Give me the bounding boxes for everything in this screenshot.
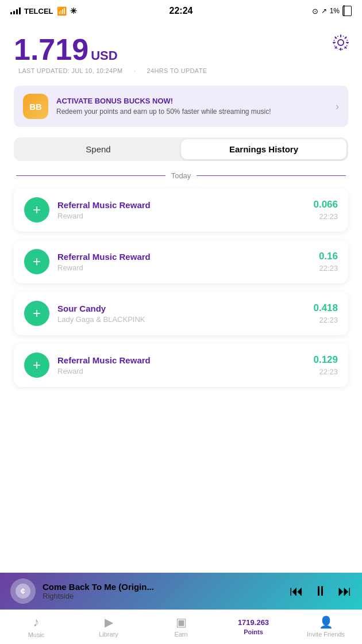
nav-item-library[interactable]: ▶ Library <box>72 615 145 638</box>
nav-label-earn: Earn <box>174 631 187 638</box>
now-playing-bar: ¢ Come Back To Me (Origin... Rightside ⏮… <box>0 573 362 610</box>
nav-label-library: Library <box>99 631 118 638</box>
transaction-amount: 0.418 <box>313 302 338 314</box>
main-content: 1.719USD LAST UPDATED: Jul 10, 10:24PM ·… <box>0 20 362 387</box>
balance-updated: LAST UPDATED: Jul 10, 10:24PM · 24HRS TO… <box>14 67 348 74</box>
library-icon: ▶ <box>105 615 113 629</box>
transaction-amount: 0.129 <box>313 354 338 366</box>
transaction-card: + Referral Music Reward Reward 0.129 22:… <box>14 343 348 387</box>
settings-indicator-icon: ✳ <box>70 6 77 16</box>
nav-label-invite: Invite Friends <box>307 631 345 638</box>
nav-item-invite[interactable]: 👤 Invite Friends <box>290 615 362 638</box>
transaction-plus-icon: + <box>24 352 49 378</box>
settings-gear-button[interactable] <box>330 32 352 55</box>
bonus-title: ACTIVATE BONUS BUCKS NOW! <box>56 97 331 105</box>
last-updated-text: LAST UPDATED: Jul 10, 10:24PM <box>18 67 123 74</box>
nav-item-points[interactable]: 1719.263 Points <box>217 618 290 635</box>
transaction-amount: 0.16 <box>319 251 338 262</box>
bonus-description: Redeem your points and earn up to 50% fa… <box>56 107 331 117</box>
balance-display: 1.719USD <box>14 34 348 64</box>
transaction-sub: Reward <box>57 367 313 375</box>
invite-icon: 👤 <box>319 615 333 629</box>
transaction-time: 22:23 <box>319 264 338 273</box>
balance-currency: USD <box>91 48 117 63</box>
pause-button[interactable]: ⏸ <box>314 583 328 599</box>
bonus-avatar: BB <box>23 94 48 119</box>
player-controls: ⏮ ⏸ ⏭ <box>290 583 352 599</box>
transaction-time: 22:23 <box>313 316 338 324</box>
transaction-name: Sour Candy <box>57 304 313 313</box>
status-left: TELCEL 📶 ✳ <box>10 6 77 16</box>
tab-bar: Spend Earnings History <box>14 137 348 161</box>
signal-icon <box>10 7 21 14</box>
tab-spend[interactable]: Spend <box>16 139 181 159</box>
transaction-name: Referral Music Reward <box>57 200 313 210</box>
transaction-sub: Lady Gaga & BLACKPINK <box>57 315 313 324</box>
transaction-time: 22:23 <box>313 212 338 221</box>
status-bar: TELCEL 📶 ✳ 22:24 ⊙ ↗ 1% ▏ <box>0 0 362 20</box>
section-line-left <box>16 175 165 176</box>
wifi-icon: 📶 <box>57 6 67 16</box>
tab-earnings-history[interactable]: Earnings History <box>181 139 346 159</box>
previous-button[interactable]: ⏮ <box>290 583 303 599</box>
nav-item-music[interactable]: ♪ Music <box>0 615 72 638</box>
svg-point-0 <box>338 40 344 45</box>
transaction-plus-icon: + <box>24 301 49 326</box>
next-button[interactable]: ⏭ <box>338 583 352 599</box>
transaction-time: 22:23 <box>313 367 338 376</box>
transaction-sub: Reward <box>57 212 313 220</box>
now-playing-artist: Rightside <box>43 592 290 600</box>
carrier-name: TELCEL <box>24 7 53 16</box>
nav-item-earn[interactable]: ▣ Earn <box>145 615 217 638</box>
balance-section: 1.719USD LAST UPDATED: Jul 10, 10:24PM ·… <box>14 26 348 78</box>
transaction-amount: 0.066 <box>313 199 338 210</box>
bonus-text: ACTIVATE BONUS BUCKS NOW! Redeem your po… <box>56 97 331 117</box>
section-title: Today <box>171 171 191 180</box>
now-playing-title: Come Back To Me (Origin... <box>43 582 290 592</box>
section-header-today: Today <box>14 171 348 180</box>
nav-label-points: Points <box>244 628 263 635</box>
transaction-plus-icon: + <box>24 197 49 223</box>
transaction-card: + Referral Music Reward Reward 0.066 22:… <box>14 188 348 232</box>
bonus-banner[interactable]: BB ACTIVATE BONUS BUCKS NOW! Redeem your… <box>14 86 348 127</box>
points-value: 1719.263 <box>238 618 269 627</box>
section-line-right <box>197 175 346 176</box>
nav-label-music: Music <box>28 631 45 638</box>
battery-icon: ▏ <box>342 6 352 16</box>
bottom-nav: ♪ Music ▶ Library ▣ Earn 1719.263 Points… <box>0 610 362 644</box>
now-playing-coin-icon: ¢ <box>10 578 36 604</box>
transaction-card: + Referral Music Reward Reward 0.16 22:2… <box>14 240 348 283</box>
transaction-sub: Reward <box>57 263 319 272</box>
update-note-text: 24HRS TO UPDATE <box>147 67 207 74</box>
transaction-name: Referral Music Reward <box>57 252 319 262</box>
arrow-icon: ↗ <box>321 7 327 15</box>
transaction-plus-icon: + <box>24 249 49 274</box>
battery-percent: 1% <box>330 7 340 15</box>
music-icon: ♪ <box>33 615 40 630</box>
transaction-name: Referral Music Reward <box>57 355 313 365</box>
bonus-chevron-icon: › <box>336 101 339 113</box>
status-time: 22:24 <box>170 6 193 16</box>
location-icon: ⊙ <box>312 7 318 16</box>
transaction-card: + Sour Candy Lady Gaga & BLACKPINK 0.418… <box>14 292 348 335</box>
svg-text:¢: ¢ <box>21 586 25 596</box>
earn-icon: ▣ <box>176 615 187 629</box>
status-right: ⊙ ↗ 1% ▏ <box>312 6 352 16</box>
balance-amount: 1.719 <box>14 33 88 66</box>
